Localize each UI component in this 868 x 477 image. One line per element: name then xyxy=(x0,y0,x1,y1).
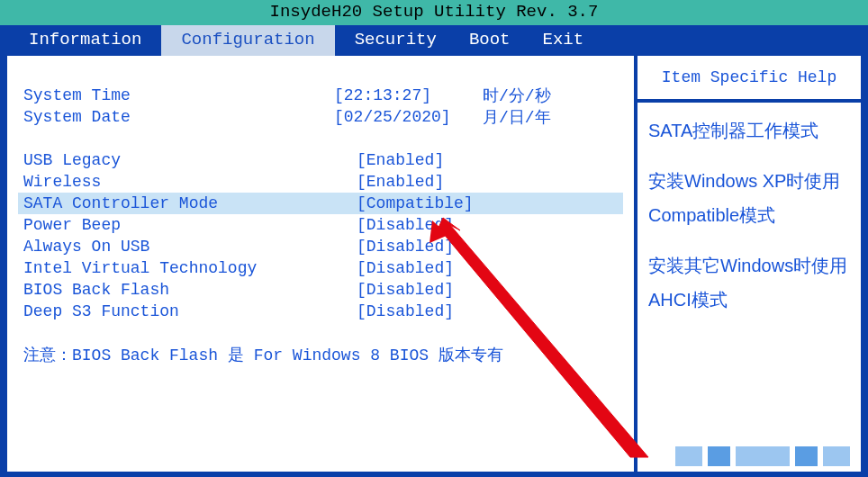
row-intel-virtual-technology[interactable]: Intel Virtual Technology [Disabled] xyxy=(18,257,623,279)
value-wireless[interactable]: [Enabled] xyxy=(357,173,505,191)
value-system-time[interactable]: [22:13:27] xyxy=(334,86,483,104)
label-sata-mode: SATA Controller Mode xyxy=(23,194,357,212)
value-deep-s3[interactable]: [Disabled] xyxy=(357,302,505,320)
value-system-date[interactable]: [02/25/2020] xyxy=(334,108,483,126)
value-sata-mode[interactable]: [Compatible] xyxy=(357,194,505,212)
value-usb-legacy[interactable]: [Enabled] xyxy=(357,151,505,169)
pixel-block xyxy=(823,446,850,466)
tab-bar: Information Configuration Security Boot … xyxy=(0,25,868,56)
extra-system-time: 时/分/秒 xyxy=(483,85,618,106)
tab-security[interactable]: Security xyxy=(342,25,449,56)
label-always-on-usb: Always On USB xyxy=(23,238,357,256)
help-title: Item Specific Help xyxy=(637,56,861,103)
row-sata-controller-mode[interactable]: SATA Controller Mode [Compatible] xyxy=(18,193,623,214)
row-power-beep[interactable]: Power Beep [Disabled] xyxy=(18,214,623,236)
tab-exit[interactable]: Exit xyxy=(529,25,596,56)
label-power-beep: Power Beep xyxy=(23,216,357,234)
help-body: SATA控制器工作模式 安装Windows XP时使用Compatible模式 … xyxy=(637,103,861,326)
row-usb-legacy[interactable]: USB Legacy [Enabled] xyxy=(18,149,623,171)
pixel-block xyxy=(708,446,730,466)
tab-configuration[interactable]: Configuration xyxy=(161,25,334,56)
value-power-beep[interactable]: [Disabled] xyxy=(357,216,505,234)
help-line-2: 安装Windows XP时使用Compatible模式 xyxy=(648,164,852,232)
help-panel: Item Specific Help SATA控制器工作模式 安装Windows… xyxy=(634,56,861,472)
label-wireless: Wireless xyxy=(23,173,357,191)
label-ivt: Intel Virtual Technology xyxy=(23,259,357,277)
value-ivt[interactable]: [Disabled] xyxy=(357,259,505,277)
spacer xyxy=(18,128,623,149)
row-always-on-usb[interactable]: Always On USB [Disabled] xyxy=(18,236,623,257)
pixel-block xyxy=(675,446,702,466)
row-system-time[interactable]: System Time [22:13:27] 时/分/秒 xyxy=(18,85,623,106)
label-bios-back-flash: BIOS Back Flash xyxy=(23,281,357,299)
help-line-1: SATA控制器工作模式 xyxy=(648,113,852,148)
row-deep-s3-function[interactable]: Deep S3 Function [Disabled] xyxy=(18,301,623,322)
title-bar: InsydeH20 Setup Utility Rev. 3.7 xyxy=(0,0,868,25)
pixel-block xyxy=(736,446,790,466)
extra-system-date: 月/日/年 xyxy=(483,106,618,128)
help-spacer xyxy=(648,232,852,248)
value-always-on-usb[interactable]: [Disabled] xyxy=(357,238,505,256)
content-body: System Time [22:13:27] 时/分/秒 System Date… xyxy=(0,56,868,477)
label-system-date: System Date xyxy=(23,108,334,126)
pixel-block xyxy=(795,446,818,466)
pixel-watermark xyxy=(675,446,850,466)
row-system-date[interactable]: System Date [02/25/2020] 月/日/年 xyxy=(18,106,623,128)
main-panel: System Time [22:13:27] 时/分/秒 System Date… xyxy=(7,56,634,472)
value-bios-back-flash[interactable]: [Disabled] xyxy=(357,281,505,299)
row-wireless[interactable]: Wireless [Enabled] xyxy=(18,171,623,193)
help-spacer xyxy=(648,148,852,164)
tab-information[interactable]: Information xyxy=(16,25,154,56)
label-deep-s3: Deep S3 Function xyxy=(23,302,357,320)
row-bios-back-flash[interactable]: BIOS Back Flash [Disabled] xyxy=(18,279,623,301)
tab-boot[interactable]: Boot xyxy=(457,25,523,56)
label-usb-legacy: USB Legacy xyxy=(23,151,357,169)
label-system-time: System Time xyxy=(23,86,334,104)
help-line-3: 安装其它Windows时使用AHCI模式 xyxy=(648,248,852,317)
note-text: 注意：BIOS Back Flash 是 For Windows 8 BIOS … xyxy=(18,322,623,365)
